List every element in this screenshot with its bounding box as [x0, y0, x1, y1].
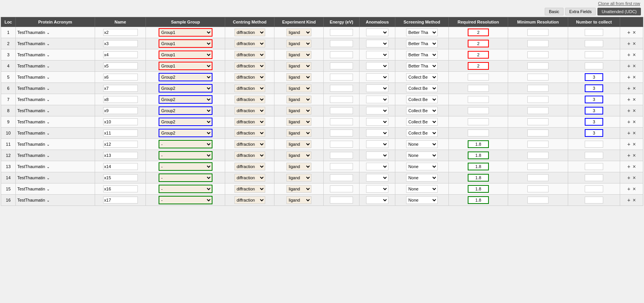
name-input[interactable]: [103, 29, 138, 36]
anomalous-select[interactable]: YesNo: [366, 51, 388, 59]
cell-req-res[interactable]: [448, 83, 508, 94]
cell-req-res[interactable]: [448, 116, 508, 128]
name-input[interactable]: [103, 85, 138, 92]
cell-energy[interactable]: [324, 116, 360, 128]
tab-extra-fields[interactable]: Extra Fields: [565, 8, 596, 15]
cell-anomalous[interactable]: YesNo: [360, 116, 395, 128]
anomalous-select[interactable]: YesNo: [366, 129, 388, 137]
cell-screening[interactable]: NoneCollectCollect BeBetter ThaScreening…: [395, 116, 449, 128]
cell-collect[interactable]: [568, 72, 620, 83]
anomalous-select[interactable]: YesNo: [366, 84, 388, 92]
exp-kind-select[interactable]: ligandOSCHelicalGPhL: [286, 51, 311, 59]
protein-dropdown-arrow[interactable]: ⌄: [47, 64, 50, 68]
centring-select[interactable]: diffractionAutomaticManual: [234, 84, 265, 92]
cell-min-res[interactable]: [508, 161, 568, 172]
cell-energy[interactable]: [324, 195, 360, 206]
cell-sample-group[interactable]: Group1Group2-New Group: [146, 172, 225, 183]
cell-sample-group[interactable]: Group1Group2-New Group: [146, 116, 225, 128]
cell-screening[interactable]: NoneCollectCollect BeBetter ThaScreening…: [395, 105, 449, 116]
cell-screening[interactable]: NoneCollectCollect BeBetter ThaScreening…: [395, 94, 449, 105]
cell-exp-kind[interactable]: ligandOSCHelicalGPhL: [274, 116, 324, 128]
sample-group-select[interactable]: Group1Group2-New Group: [159, 106, 212, 115]
collect-input[interactable]: [585, 40, 603, 47]
cell-screening[interactable]: NoneCollectCollect BeBetter ThaScreening…: [395, 128, 449, 139]
sample-group-select[interactable]: Group1Group2-New Group: [159, 185, 212, 193]
sample-group-select[interactable]: Group1Group2-New Group: [159, 118, 212, 126]
add-row-button[interactable]: +: [626, 85, 631, 91]
sample-group-select[interactable]: Group1Group2-New Group: [159, 73, 212, 81]
cell-screening[interactable]: NoneCollectCollect BeBetter ThaScreening…: [395, 27, 449, 38]
cell-collect[interactable]: [568, 161, 620, 172]
min-res-input[interactable]: [527, 141, 549, 148]
cell-sample-group[interactable]: Group1Group2-New Group: [146, 128, 225, 139]
min-res-input[interactable]: [527, 96, 549, 103]
cell-screening[interactable]: NoneCollectCollect BeBetter ThaScreening…: [395, 49, 449, 61]
min-res-input[interactable]: [527, 130, 549, 136]
energy-input[interactable]: [330, 130, 353, 136]
cell-energy[interactable]: [324, 150, 360, 161]
cell-exp-kind[interactable]: ligandOSCHelicalGPhL: [274, 38, 324, 49]
screening-select[interactable]: NoneCollectCollect BeBetter ThaScreening…: [406, 51, 438, 59]
cell-collect[interactable]: [568, 150, 620, 161]
cell-screening[interactable]: NoneCollectCollect BeBetter ThaScreening…: [395, 183, 449, 195]
req-res-input[interactable]: [468, 62, 489, 70]
name-input[interactable]: [103, 185, 138, 192]
cell-centring[interactable]: diffractionAutomaticManual: [225, 38, 274, 49]
add-row-button[interactable]: +: [626, 175, 631, 181]
anomalous-select[interactable]: YesNo: [366, 185, 388, 193]
anomalous-select[interactable]: YesNo: [366, 174, 388, 182]
collect-input[interactable]: [585, 62, 603, 69]
cell-energy[interactable]: [324, 161, 360, 172]
screening-select[interactable]: NoneCollectCollect BeBetter ThaScreening…: [406, 29, 438, 36]
cell-anomalous[interactable]: YesNo: [360, 195, 395, 206]
cell-min-res[interactable]: [508, 72, 568, 83]
cell-min-res[interactable]: [508, 105, 568, 116]
name-input[interactable]: [103, 197, 138, 204]
anomalous-select[interactable]: YesNo: [366, 196, 388, 204]
cell-centring[interactable]: diffractionAutomaticManual: [225, 161, 274, 172]
cell-screening[interactable]: NoneCollectCollect BeBetter ThaScreening…: [395, 72, 449, 83]
screening-select[interactable]: NoneCollectCollect BeBetter ThaScreening…: [406, 62, 438, 70]
cell-name[interactable]: [95, 195, 146, 206]
req-res-input[interactable]: [468, 85, 489, 92]
cell-anomalous[interactable]: YesNo: [360, 128, 395, 139]
cell-screening[interactable]: NoneCollectCollect BeBetter ThaScreening…: [395, 172, 449, 183]
sample-group-select[interactable]: Group1Group2-New Group: [159, 62, 212, 70]
min-res-input[interactable]: [527, 74, 549, 81]
screening-select[interactable]: NoneCollectCollect BeBetter ThaScreening…: [406, 84, 438, 92]
name-input[interactable]: [103, 118, 138, 125]
screening-select[interactable]: NoneCollectCollect BeBetter ThaScreening…: [406, 152, 438, 159]
add-row-button[interactable]: +: [626, 186, 631, 192]
cell-name[interactable]: [95, 83, 146, 94]
collect-input[interactable]: [585, 174, 603, 181]
cell-centring[interactable]: diffractionAutomaticManual: [225, 105, 274, 116]
collect-input[interactable]: [585, 163, 603, 170]
cell-req-res[interactable]: [448, 161, 508, 172]
name-input[interactable]: [103, 40, 138, 47]
add-row-button[interactable]: +: [626, 63, 631, 69]
centring-select[interactable]: diffractionAutomaticManual: [234, 73, 265, 81]
protein-dropdown-arrow[interactable]: ⌄: [47, 109, 50, 113]
remove-row-button[interactable]: ×: [632, 52, 637, 58]
remove-row-button[interactable]: ×: [632, 96, 637, 103]
centring-select[interactable]: diffractionAutomaticManual: [234, 152, 265, 159]
min-res-input[interactable]: [527, 85, 549, 92]
cell-energy[interactable]: [324, 94, 360, 105]
sample-group-select[interactable]: Group1Group2-New Group: [159, 140, 212, 148]
centring-select[interactable]: diffractionAutomaticManual: [234, 174, 265, 182]
cell-name[interactable]: [95, 139, 146, 150]
cell-collect[interactable]: [568, 83, 620, 94]
add-row-button[interactable]: +: [626, 40, 631, 47]
exp-kind-select[interactable]: ligandOSCHelicalGPhL: [286, 118, 311, 126]
cell-name[interactable]: [95, 105, 146, 116]
min-res-input[interactable]: [527, 62, 549, 69]
centring-select[interactable]: diffractionAutomaticManual: [234, 163, 265, 170]
cell-name[interactable]: [95, 116, 146, 128]
screening-select[interactable]: NoneCollectCollect BeBetter ThaScreening…: [406, 96, 438, 103]
req-res-input[interactable]: [468, 196, 489, 204]
exp-kind-select[interactable]: ligandOSCHelicalGPhL: [286, 174, 311, 182]
cell-energy[interactable]: [324, 172, 360, 183]
remove-row-button[interactable]: ×: [632, 108, 637, 114]
sample-group-select[interactable]: Group1Group2-New Group: [159, 50, 212, 59]
cell-centring[interactable]: diffractionAutomaticManual: [225, 139, 274, 150]
